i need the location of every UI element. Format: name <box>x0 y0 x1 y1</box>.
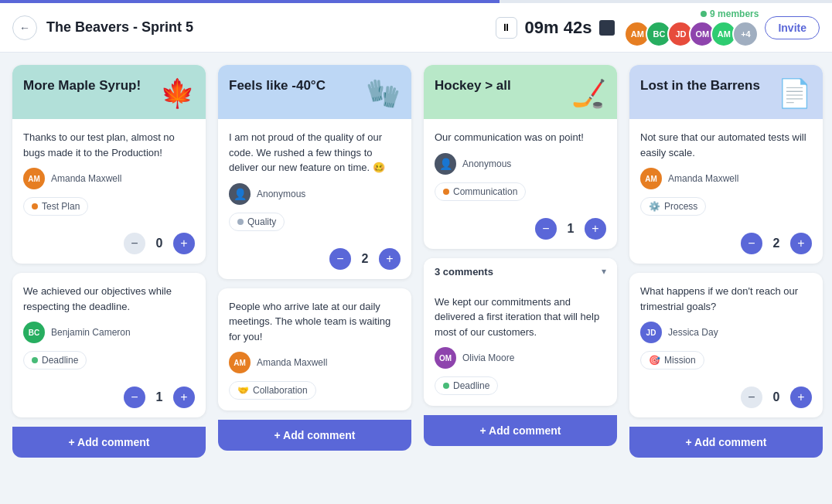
card-4-1-votes: − 2 + <box>629 226 823 264</box>
comment-username: Olivia Moore <box>462 352 514 363</box>
card-4-1-emoji: 📄 <box>777 77 812 110</box>
add-comment-button-col1[interactable]: + Add comment <box>12 427 206 458</box>
members-section: 9 members AM BC JD OM AM +4 Invite <box>624 9 820 47</box>
comment-text: We kept our commitments and delivered a … <box>435 295 606 340</box>
card-3-1-avatar: 👤 <box>435 153 456 175</box>
vote-plus-button[interactable]: + <box>173 233 195 254</box>
card-2-1-emoji: 🧤 <box>366 77 401 110</box>
card-3-1-emoji: 🏒 <box>571 77 606 110</box>
card-2-2-username: Amanda Maxwell <box>257 357 327 368</box>
card-2-1: Feels like -40°C 🧤 I am not proud of the… <box>218 65 411 279</box>
header: ← The Beavers - Sprint 5 ⏸ 09m 42s 9 mem… <box>0 3 832 53</box>
card-4-1-header: Lost in the Barrens 📄 <box>629 65 823 119</box>
comments-header: 3 comments ▾ <box>424 258 617 284</box>
card-4-2: What happens if we don't reach our trime… <box>629 273 823 417</box>
chevron-icon[interactable]: ▾ <box>602 266 606 277</box>
vote-minus-button[interactable]: − <box>741 387 762 408</box>
stop-button[interactable] <box>599 20 615 36</box>
board: More Maple Syrup! 🍁 Thanks to our test p… <box>0 53 832 504</box>
column-1: More Maple Syrup! 🍁 Thanks to our test p… <box>12 65 206 495</box>
card-2-1-avatar: 👤 <box>229 183 251 205</box>
pause-button[interactable]: ⏸ <box>496 17 517 39</box>
vote-plus-button[interactable]: + <box>379 248 401 270</box>
tag-dot <box>443 189 449 195</box>
card-2-2-tag: 🤝 Collaboration <box>229 381 316 400</box>
tag-label: Mission <box>664 355 696 366</box>
vote-count: 2 <box>769 237 784 250</box>
vote-count: 0 <box>769 390 784 404</box>
add-comment-button-col4[interactable]: + Add comment <box>629 427 823 458</box>
card-4-1: Lost in the Barrens 📄 Not sure that our … <box>629 65 823 264</box>
card-1-1-emoji: 🍁 <box>160 77 195 110</box>
card-1-1-user: AM Amanda Maxwell <box>23 168 195 189</box>
card-3-1-text: Our communication was on point! <box>435 130 606 145</box>
vote-minus-button[interactable]: − <box>535 218 557 240</box>
vote-minus-button[interactable]: − <box>124 233 145 254</box>
pause-icon: ⏸ <box>501 22 511 33</box>
comment-user: OM Olivia Moore <box>435 347 606 369</box>
vote-plus-button[interactable]: + <box>585 218 606 240</box>
card-4-2-body: What happens if we don't reach our trime… <box>629 273 823 380</box>
timer-controls: ⏸ 09m 42s <box>496 17 615 39</box>
tag-label: Deadline <box>42 355 78 366</box>
card-1-1: More Maple Syrup! 🍁 Thanks to our test p… <box>12 65 206 264</box>
card-1-2-avatar: BC <box>23 322 45 343</box>
tag-dot <box>32 357 38 363</box>
card-1-1-title: More Maple Syrup! <box>23 77 141 94</box>
avatar-more[interactable]: +4 <box>732 21 759 47</box>
card-4-1-tag: ⚙️ Process <box>640 197 706 216</box>
invite-button[interactable]: Invite <box>765 16 820 39</box>
card-2-2-avatar: AM <box>229 352 251 373</box>
card-4-2-avatar: JD <box>640 322 662 343</box>
card-2-2-text: People who arrive late at our daily meet… <box>229 299 401 345</box>
column-4: Lost in the Barrens 📄 Not sure that our … <box>629 65 823 495</box>
vote-minus-button[interactable]: − <box>741 233 762 254</box>
comments-title: 3 comments <box>435 266 493 278</box>
back-button[interactable]: ← <box>12 15 37 40</box>
vote-plus-button[interactable]: + <box>790 387 812 408</box>
card-3-1-title: Hockey > all <box>435 77 511 94</box>
card-1-1-header: More Maple Syrup! 🍁 <box>12 65 206 119</box>
tag-icon: 🎯 <box>649 355 660 366</box>
vote-plus-button[interactable]: + <box>790 233 812 254</box>
card-1-1-votes: − 0 + <box>12 226 206 264</box>
card-2-1-user: 👤 Anonymous <box>229 183 401 205</box>
card-1-1-avatar: AM <box>23 168 45 189</box>
card-3-1-header: Hockey > all 🏒 <box>424 65 617 119</box>
card-2-1-body: I am not proud of the quality of our cod… <box>218 119 411 242</box>
tag-label: Collaboration <box>253 385 308 396</box>
vote-count: 0 <box>152 237 167 250</box>
tag-icon: 🤝 <box>237 385 249 396</box>
vote-plus-button[interactable]: + <box>173 387 195 408</box>
card-2-1-votes: − 2 + <box>218 242 411 279</box>
card-1-1-username: Amanda Maxwell <box>51 173 121 184</box>
card-4-1-text: Not sure that our automated tests will e… <box>640 130 812 160</box>
card-2-1-tag: Quality <box>229 213 285 231</box>
sprint-title: The Beavers - Sprint 5 <box>46 19 486 36</box>
timer-display: 09m 42s <box>525 18 592 38</box>
card-3-1-tag: Communication <box>435 182 526 201</box>
card-4-1-avatar: AM <box>640 168 662 189</box>
card-4-1-body: Not sure that our automated tests will e… <box>629 119 823 226</box>
column-2: Feels like -40°C 🧤 I am not proud of the… <box>218 65 411 495</box>
tag-label: Deadline <box>453 380 489 391</box>
card-1-2-body: We achieved our objectives while respect… <box>12 273 206 380</box>
card-3-1: Hockey > all 🏒 Our communication was on … <box>424 65 617 249</box>
vote-minus-button[interactable]: − <box>329 248 351 270</box>
card-1-1-text: Thanks to our test plan, almost no bugs … <box>23 130 195 160</box>
tag-label: Test Plan <box>42 201 80 212</box>
tag-label: Communication <box>453 186 517 197</box>
add-comment-button-col2[interactable]: + Add comment <box>218 420 411 451</box>
column-3: Hockey > all 🏒 Our communication was on … <box>424 65 617 495</box>
card-4-2-text: What happens if we don't reach our trime… <box>640 284 812 314</box>
card-3-1-body: Our communication was on point! 👤 Anonym… <box>424 119 617 212</box>
tag-label: Quality <box>247 216 276 227</box>
card-1-2: We achieved our objectives while respect… <box>12 273 206 417</box>
add-comment-button-col3[interactable]: + Add comment <box>424 415 617 446</box>
card-4-2-tag: 🎯 Mission <box>640 351 704 369</box>
comment-body: We kept our commitments and delivered a … <box>424 284 617 407</box>
vote-minus-button[interactable]: − <box>124 387 145 408</box>
card-1-2-user: BC Benjamin Cameron <box>23 322 195 343</box>
card-1-2-text: We achieved our objectives while respect… <box>23 284 195 314</box>
card-2-1-title: Feels like -40°C <box>229 77 326 94</box>
